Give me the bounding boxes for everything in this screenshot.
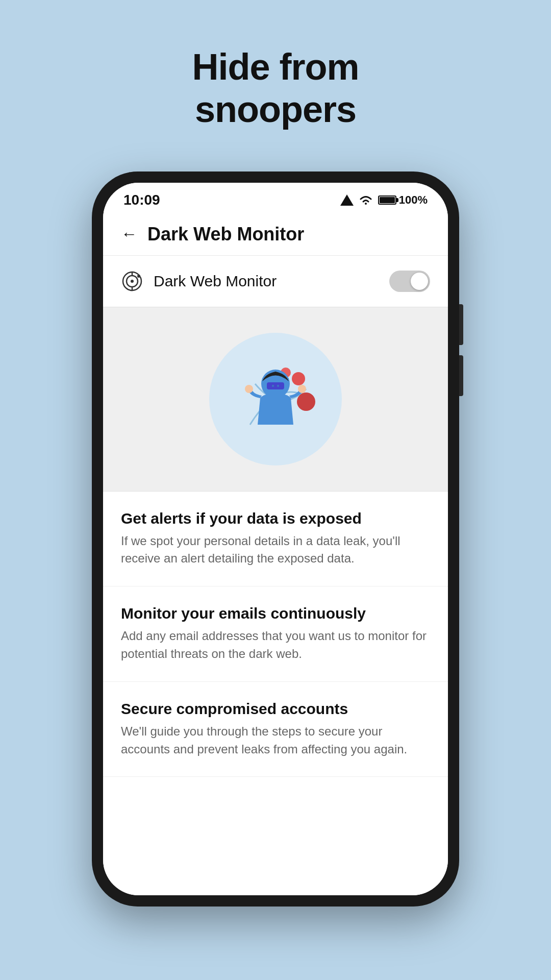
- back-button[interactable]: ←: [121, 225, 137, 243]
- illustration-circle: [209, 333, 342, 465]
- volume-up-button: [459, 304, 463, 345]
- svg-point-14: [272, 385, 274, 387]
- feature-desc-1: Add any email addresses that you want us…: [121, 627, 430, 663]
- illustration-section: [103, 307, 448, 491]
- wifi-icon: [359, 194, 373, 206]
- dark-web-monitor-icon: [121, 270, 143, 292]
- battery-shape: [378, 195, 396, 205]
- signal-icon: [340, 194, 354, 206]
- svg-point-3: [131, 280, 134, 283]
- feature-desc-2: We'll guide you through the steps to sec…: [121, 723, 430, 758]
- svg-point-17: [298, 385, 306, 393]
- battery-percent: 100%: [399, 193, 428, 207]
- volume-down-button: [459, 355, 463, 396]
- feature-title-1: Monitor your emails continuously: [121, 605, 430, 622]
- app-bar-title: Dark Web Monitor: [147, 224, 304, 245]
- status-bar: 10:09 100%: [103, 183, 448, 213]
- screen-content: Dark Web Monitor: [103, 255, 448, 895]
- svg-point-6: [137, 275, 140, 278]
- feature-title-0: Get alerts if your data is exposed: [121, 510, 430, 527]
- feature-title-2: Secure compromised accounts: [121, 700, 430, 718]
- phone-screen: 10:09 100%: [103, 183, 448, 895]
- svg-point-15: [277, 385, 279, 387]
- toggle-section: Dark Web Monitor: [103, 255, 448, 307]
- status-time: 10:09: [123, 192, 160, 208]
- feature-desc-0: If we spot your personal details in a da…: [121, 532, 430, 568]
- battery-indicator: 100%: [378, 193, 428, 207]
- svg-point-7: [292, 372, 305, 385]
- dark-web-monitor-toggle[interactable]: [389, 271, 430, 292]
- toggle-label: Dark Web Monitor: [154, 273, 277, 290]
- svg-marker-0: [340, 194, 354, 206]
- toggle-knob: [411, 273, 428, 290]
- phone-mockup: 10:09 100%: [92, 172, 459, 906]
- feature-item-0: Get alerts if your data is exposedIf we …: [103, 492, 448, 587]
- toggle-left: Dark Web Monitor: [121, 270, 277, 292]
- feature-item-1: Monitor your emails continuouslyAdd any …: [103, 586, 448, 682]
- app-bar: ← Dark Web Monitor: [103, 213, 448, 255]
- feature-item-2: Secure compromised accountsWe'll guide y…: [103, 682, 448, 777]
- illustration-graphic: [219, 343, 332, 455]
- battery-fill: [380, 197, 395, 203]
- page-headline: Hide from snoopers: [192, 46, 359, 131]
- svg-point-16: [245, 385, 253, 393]
- status-icons: 100%: [340, 193, 428, 207]
- features-list: Get alerts if your data is exposedIf we …: [103, 491, 448, 895]
- svg-point-8: [297, 393, 315, 411]
